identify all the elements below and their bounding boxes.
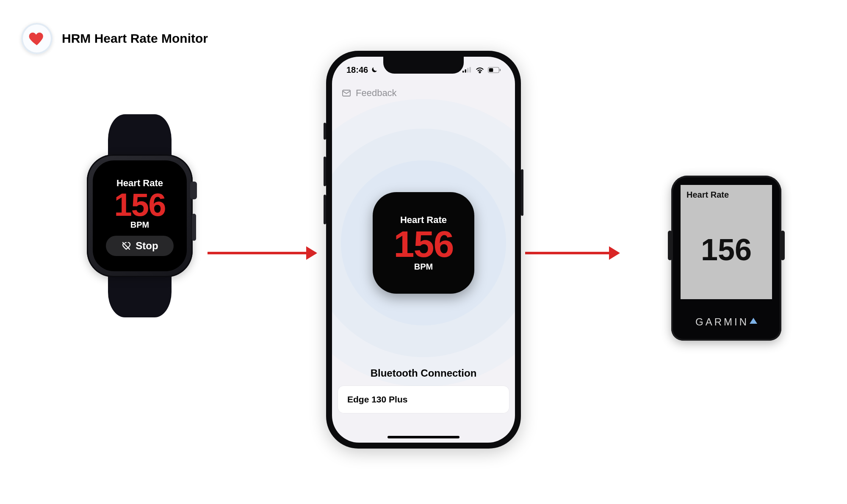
svg-rect-1	[462, 71, 464, 72]
bluetooth-device-item[interactable]: Edge 130 Plus	[338, 386, 509, 413]
svg-rect-2	[465, 69, 466, 73]
watch-heart-rate-value: 156	[114, 189, 166, 221]
phone-side-button	[324, 157, 326, 186]
phone-side-button	[324, 195, 326, 224]
svg-rect-7	[500, 69, 501, 71]
garmin-screen: Heart Rate 156	[681, 185, 772, 299]
app-title: HRM Heart Rate Monitor	[62, 31, 208, 46]
flow-arrow-icon	[208, 252, 316, 254]
feedback-link[interactable]: Feedback	[356, 88, 397, 99]
tile-heart-rate-value: 156	[394, 226, 454, 263]
svg-rect-6	[489, 68, 493, 72]
garmin-device: Heart Rate 156 GARMIN	[671, 176, 781, 341]
heart-rate-tile: Heart Rate 156 BPM	[373, 192, 474, 294]
status-time: 18:46	[346, 65, 368, 75]
garmin-brand-label: GARMIN	[695, 316, 749, 328]
svg-rect-4	[470, 67, 471, 72]
garmin-body: Heart Rate 156 GARMIN	[671, 176, 781, 341]
bluetooth-title: Bluetooth Connection	[338, 367, 509, 379]
stop-button[interactable]: Stop	[106, 236, 174, 256]
wifi-icon	[475, 66, 484, 73]
watch-case: Heart Rate 156 BPM Stop	[87, 154, 193, 277]
bluetooth-section: Bluetooth Connection Edge 130 Plus	[332, 367, 515, 413]
envelope-icon	[341, 88, 352, 98]
phone-side-button	[324, 123, 326, 140]
flow-arrow-icon	[525, 252, 618, 254]
phone-side-button	[521, 169, 523, 216]
phone-content: Heart Rate 156 BPM Bluetooth Connection …	[332, 103, 515, 443]
apple-watch: Heart Rate 156 BPM Stop	[87, 154, 193, 277]
svg-rect-3	[467, 68, 468, 73]
moon-icon	[371, 66, 378, 74]
garmin-side-button	[668, 231, 672, 260]
digital-crown	[190, 182, 197, 199]
stop-button-label: Stop	[136, 240, 158, 252]
cellular-signal-icon	[462, 67, 472, 73]
tile-heart-rate-unit: BPM	[414, 262, 433, 272]
watch-side-button	[192, 214, 196, 241]
diagram-stage: Heart Rate 156 BPM Stop	[0, 49, 847, 451]
watch-screen: Heart Rate 156 BPM Stop	[93, 160, 187, 271]
home-indicator	[388, 436, 459, 438]
garmin-side-button	[781, 231, 785, 260]
svg-line-0	[123, 242, 130, 249]
phone-notch	[383, 57, 464, 74]
garmin-heart-rate-label: Heart Rate	[686, 190, 766, 200]
heart-icon	[28, 30, 46, 47]
iphone: 18:46	[326, 51, 521, 449]
heart-off-icon	[121, 241, 131, 251]
battery-icon	[488, 67, 501, 73]
bluetooth-device-name: Edge 130 Plus	[347, 394, 407, 404]
watch-heart-rate-unit: BPM	[130, 220, 149, 230]
garmin-brand: GARMIN	[671, 316, 781, 328]
garmin-logo-icon	[750, 318, 757, 324]
phone-screen: 18:46	[332, 57, 515, 443]
garmin-heart-rate-value: 156	[686, 200, 766, 299]
